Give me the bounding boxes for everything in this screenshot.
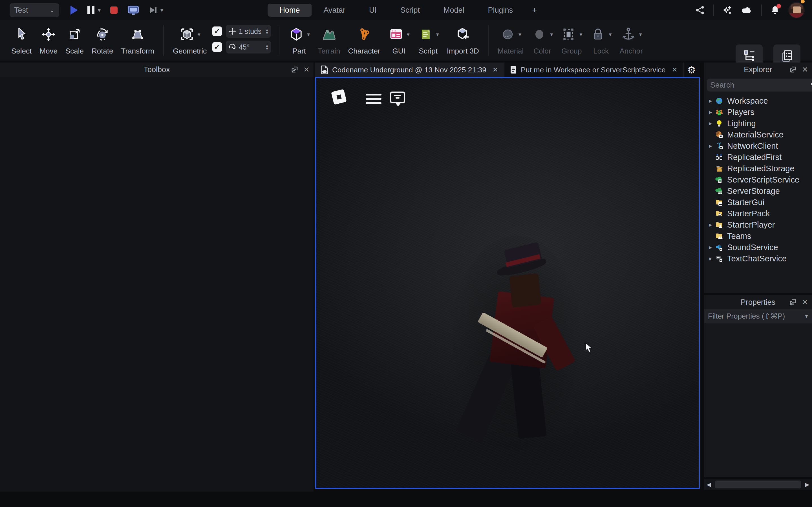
pause-dropdown-caret-icon[interactable]: ▾: [98, 7, 101, 13]
part-button[interactable]: ▾ Part: [289, 24, 310, 55]
tree-item-starter-player[interactable]: ▸ StarterPlayer: [704, 219, 812, 230]
geometric-dropdown-caret-icon[interactable]: ▾: [198, 31, 200, 38]
tree-item-text-chat-service[interactable]: ▸ TextChatService: [704, 253, 812, 264]
tree-item-server-storage[interactable]: ServerStorage: [704, 185, 812, 196]
transform-tool-button[interactable]: Transform: [121, 24, 154, 55]
move-tool-button[interactable]: Move: [40, 24, 57, 55]
color-button[interactable]: ▾ Color: [531, 24, 553, 55]
tab-add-button[interactable]: +: [525, 4, 545, 17]
tree-item-teams[interactable]: Teams: [704, 230, 812, 242]
pause-button[interactable]: [87, 6, 94, 14]
anchor-dropdown-caret-icon[interactable]: ▾: [639, 31, 642, 38]
close-panel-icon[interactable]: ✕: [802, 66, 808, 73]
move-snap-stepper[interactable]: ▴▾: [266, 28, 268, 34]
tree-item-sound-service[interactable]: ▸ SoundService: [704, 242, 812, 253]
skip-dropdown-caret-icon[interactable]: ▾: [160, 7, 163, 13]
game-viewport[interactable]: [315, 77, 700, 489]
tab-model[interactable]: Model: [432, 4, 476, 17]
horizontal-scrollbar[interactable]: ◀ ▶: [704, 479, 812, 490]
expand-arrow-icon[interactable]: ▸: [706, 120, 715, 127]
lock-dropdown-caret-icon[interactable]: ▾: [609, 31, 612, 38]
script-button[interactable]: ▾ Script: [417, 24, 439, 55]
user-avatar[interactable]: [788, 2, 805, 18]
script-dropdown-caret-icon[interactable]: ▾: [436, 31, 439, 38]
tab-avatar[interactable]: Avatar: [312, 4, 357, 17]
close-panel-icon[interactable]: ✕: [802, 298, 808, 306]
character-button[interactable]: Character: [348, 24, 380, 55]
stop-button[interactable]: [110, 6, 117, 14]
tree-item-server-script-service[interactable]: ServerScriptService: [704, 174, 812, 185]
select-tool-button[interactable]: Select: [11, 24, 32, 55]
dock-panel-icon[interactable]: [291, 66, 298, 73]
character-rig-icon: [356, 26, 372, 42]
close-tab-icon[interactable]: ✕: [493, 66, 498, 74]
import-3d-button[interactable]: Import 3D: [447, 24, 479, 55]
gui-button[interactable]: ▾ GUI: [388, 24, 410, 55]
tree-item-lighting[interactable]: ▸ Lighting: [704, 118, 812, 129]
tree-item-starter-pack[interactable]: StarterPack: [704, 208, 812, 219]
filter-properties-input[interactable]: [708, 312, 805, 321]
tree-item-material-service[interactable]: MaterialService: [704, 129, 812, 140]
tree-item-workspace[interactable]: ▸ Workspace: [704, 95, 812, 107]
search-input[interactable]: [710, 81, 810, 90]
expand-arrow-icon[interactable]: ▸: [706, 143, 715, 149]
rotate-snap-checkbox[interactable]: ✓: [212, 42, 222, 52]
tree-item-replicated-storage[interactable]: ReplicatedStorage: [704, 163, 812, 174]
screen-share-icon[interactable]: [127, 5, 140, 15]
share-icon[interactable]: [695, 5, 705, 15]
filter-properties-field[interactable]: ▾: [704, 309, 812, 323]
geometric-mode-button[interactable]: ▾ Geometric: [173, 24, 207, 55]
terrain-button[interactable]: Terrain: [318, 24, 340, 55]
notifications-bell-icon[interactable]: [770, 5, 780, 15]
group-dropdown-caret-icon[interactable]: ▾: [579, 31, 582, 38]
color-dropdown-caret-icon[interactable]: ▾: [550, 31, 553, 38]
material-button[interactable]: ▾ Material: [498, 24, 523, 55]
rotate-snap-field[interactable]: 45° ▴▾: [226, 41, 271, 54]
tab-script-document[interactable]: Put me in Workspace or ServerScriptServi…: [504, 62, 684, 77]
cloud-sync-icon[interactable]: [741, 6, 753, 15]
tab-plugins[interactable]: Plugins: [476, 4, 525, 17]
divider: [279, 25, 280, 56]
move-snap-field[interactable]: 1 studs ▴▾: [226, 25, 271, 38]
gear-settings-icon[interactable]: ⚙: [688, 64, 696, 75]
move-snap-checkbox[interactable]: ✓: [212, 26, 222, 36]
material-dropdown-caret-icon[interactable]: ▾: [518, 31, 521, 38]
explorer-search-box[interactable]: [707, 78, 812, 92]
part-dropdown-caret-icon[interactable]: ▾: [307, 31, 310, 38]
scroll-right-arrow[interactable]: ▶: [802, 479, 812, 490]
test-mode-dropdown[interactable]: Test ⌄: [10, 3, 59, 17]
tab-script[interactable]: Script: [389, 4, 432, 17]
tab-place-document[interactable]: Codename Underground @ 13 Nov 2025 21:39…: [315, 62, 504, 77]
game-menu-icon[interactable]: [366, 94, 382, 104]
expand-arrow-icon[interactable]: ▸: [706, 221, 715, 228]
tree-item-starter-gui[interactable]: StarterGui: [704, 196, 812, 208]
dock-panel-icon[interactable]: [790, 66, 797, 73]
rotate-tool-button[interactable]: Rotate: [92, 24, 113, 55]
chat-bubble-icon[interactable]: [390, 92, 405, 103]
scrollbar-thumb[interactable]: [715, 481, 801, 489]
tree-item-network-client[interactable]: ▸ NetworkClient: [704, 140, 812, 152]
group-button[interactable]: ▾ Group: [561, 24, 582, 55]
tab-home[interactable]: Home: [267, 4, 312, 17]
rotate-snap-stepper[interactable]: ▴▾: [266, 44, 268, 50]
scroll-left-arrow[interactable]: ◀: [704, 479, 714, 490]
expand-arrow-icon[interactable]: ▸: [706, 98, 715, 104]
close-tab-icon[interactable]: ✕: [672, 66, 677, 74]
sparkles-ai-icon[interactable]: [722, 5, 732, 15]
dock-panel-icon[interactable]: [790, 298, 797, 306]
search-history-icon[interactable]: [810, 81, 812, 89]
tab-ui[interactable]: UI: [357, 4, 389, 17]
expand-arrow-icon[interactable]: ▸: [706, 244, 715, 251]
gui-dropdown-caret-icon[interactable]: ▾: [407, 31, 410, 38]
anchor-button[interactable]: ▾ Anchor: [619, 24, 643, 55]
expand-arrow-icon[interactable]: ▸: [706, 109, 715, 115]
lock-button[interactable]: ▾ Lock: [590, 24, 612, 55]
skip-to-end-icon[interactable]: [149, 6, 158, 14]
expand-arrow-icon[interactable]: ▸: [706, 255, 715, 262]
scale-tool-button[interactable]: Scale: [65, 24, 84, 55]
play-button[interactable]: [70, 6, 78, 15]
filter-dropdown-caret-icon[interactable]: ▾: [805, 313, 808, 320]
close-panel-icon[interactable]: ✕: [303, 66, 310, 73]
tree-item-players[interactable]: ▸ Players: [704, 107, 812, 118]
tree-item-replicated-first[interactable]: ReplicatedFirst: [704, 152, 812, 163]
